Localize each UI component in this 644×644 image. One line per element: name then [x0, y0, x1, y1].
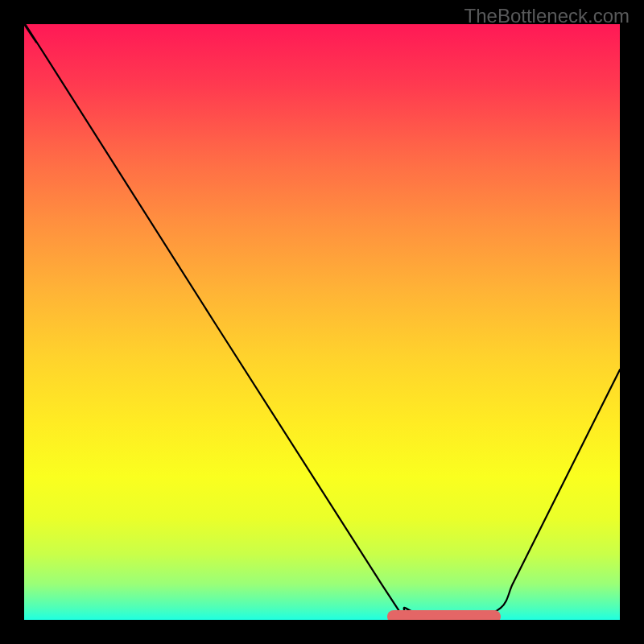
optimal-range-marker: [387, 610, 501, 620]
plot-area: [24, 24, 620, 620]
bottleneck-curve-path: [24, 24, 620, 620]
curve-svg: [24, 24, 620, 620]
watermark-text: TheBottleneck.com: [464, 5, 630, 27]
